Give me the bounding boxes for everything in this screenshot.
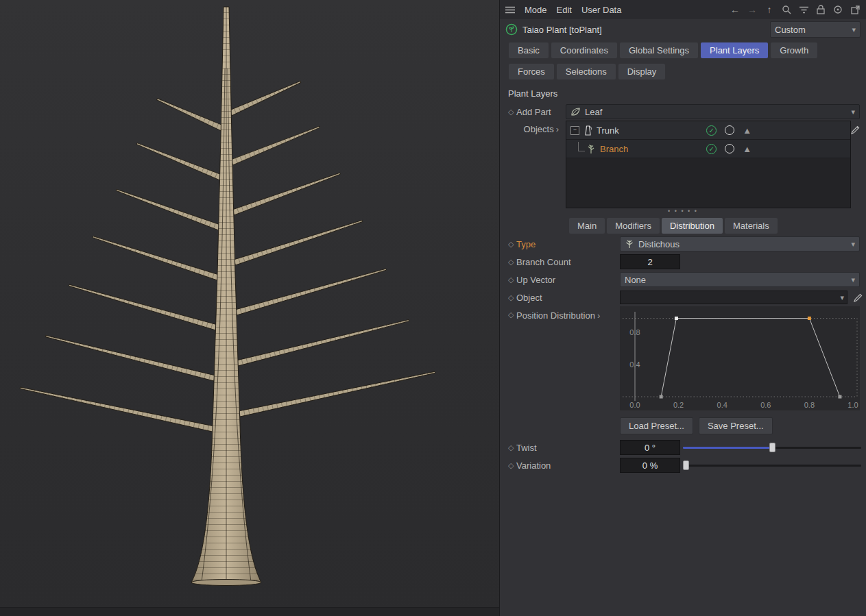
search-icon[interactable] <box>781 4 792 15</box>
up-icon[interactable]: ↑ <box>764 4 775 15</box>
plant-branch <box>19 385 213 432</box>
subtab-materials[interactable]: Materials <box>725 218 778 234</box>
tab-basic[interactable]: Basic <box>509 42 549 58</box>
menubar-icon-strip: ← → ↑ <box>730 4 861 15</box>
save-preset-button[interactable]: Save Preset... <box>699 417 773 434</box>
plant-branch <box>235 267 387 315</box>
object-link-field[interactable]: ▾ <box>620 291 847 304</box>
param-row-position-distribution: ◇ Position Distribution› 0.40.80.00.20.4… <box>500 306 866 410</box>
panel-menubar: Mode Edit User Data ← → ↑ <box>500 0 866 19</box>
enabled-check-icon[interactable]: ✓ <box>706 125 717 136</box>
variation-field[interactable]: 0 % <box>620 458 680 473</box>
tab-plant-layers[interactable]: Plant Layers <box>701 42 768 58</box>
collapse-icon[interactable]: − <box>570 126 579 135</box>
plant-branch <box>115 187 220 230</box>
application-window: Mode Edit User Data ← → ↑ <box>0 0 866 616</box>
slider-track <box>683 465 861 467</box>
tree-row-branch[interactable]: Branch ✓ ▲ <box>566 140 850 158</box>
curve-point[interactable] <box>838 395 841 399</box>
forward-icon[interactable]: → <box>747 4 758 15</box>
plant-branch <box>156 97 223 131</box>
type-dropdown[interactable]: Distichous ▾ <box>620 236 860 251</box>
branch-count-field[interactable]: 2 <box>620 254 680 269</box>
plant-branch <box>45 333 215 381</box>
visibility-circle-icon[interactable] <box>725 125 734 135</box>
viewport[interactable] <box>0 0 499 616</box>
subtab-main[interactable]: Main <box>569 218 605 234</box>
menu-edit[interactable]: Edit <box>557 5 572 15</box>
distichous-icon <box>625 239 634 249</box>
tree-item-name[interactable]: Trunk <box>597 125 619 136</box>
svg-text:0.8: 0.8 <box>629 328 640 336</box>
chevron-down-icon: ▾ <box>852 25 856 34</box>
filter-icon[interactable] <box>798 4 809 15</box>
visibility-circle-icon[interactable] <box>725 144 734 153</box>
plant-branch <box>237 318 409 367</box>
branch-icon <box>586 144 596 154</box>
subtab-distribution[interactable]: Distribution <box>662 218 723 234</box>
up-vector-value: None <box>625 275 646 285</box>
param-row-twist: ◇ Twist 0 ° <box>500 439 866 456</box>
variation-value: 0 % <box>642 460 658 471</box>
twist-label: Twist <box>516 443 620 453</box>
lock-icon[interactable] <box>815 4 826 15</box>
add-part-label: Add Part <box>516 107 563 117</box>
tab-forces[interactable]: Forces <box>509 64 554 79</box>
triangle-icon[interactable]: ▲ <box>743 126 751 135</box>
object-tree-panel[interactable]: − Trunk ✓ ▲ Branch <box>566 121 851 208</box>
menu-mode[interactable]: Mode <box>525 5 547 15</box>
svg-text:0.4: 0.4 <box>717 401 727 409</box>
panel-resize-handle[interactable]: • • • • • <box>500 208 866 215</box>
tab-display[interactable]: Display <box>618 64 666 79</box>
curve-point[interactable] <box>660 395 663 399</box>
chevron-down-icon: ▾ <box>851 108 855 116</box>
edit-pencil-icon[interactable] <box>853 293 863 303</box>
twist-field[interactable]: 0 ° <box>620 440 680 455</box>
slider-handle[interactable] <box>683 460 689 470</box>
edit-pencil-icon[interactable] <box>850 125 861 135</box>
viewport-bottom-strip <box>0 607 499 616</box>
curve-point-selected[interactable] <box>808 317 811 320</box>
up-vector-dropdown[interactable]: None ▾ <box>620 272 860 287</box>
plant-logo-icon <box>505 23 518 36</box>
tab-selections[interactable]: Selections <box>557 64 616 79</box>
type-value: Distichous <box>638 239 679 249</box>
svg-text:0.4: 0.4 <box>629 360 640 369</box>
load-preset-button[interactable]: Load Preset... <box>620 417 693 434</box>
popout-icon[interactable] <box>850 4 861 15</box>
subtab-modifiers[interactable]: Modifiers <box>607 218 660 234</box>
tab-global-settings[interactable]: Global Settings <box>620 42 698 58</box>
plant-model <box>0 0 499 616</box>
diamond-bullet: ◇ <box>508 306 516 319</box>
variation-slider[interactable] <box>683 460 861 471</box>
enabled-check-icon[interactable]: ✓ <box>706 144 717 154</box>
param-row-object: ◇ Object ▾ <box>500 288 866 306</box>
diamond-bullet: ◇ <box>508 443 516 452</box>
preset-dropdown-value: Custom <box>775 25 806 35</box>
param-row-type: ◇ Type Distichous ▾ <box>500 235 866 253</box>
triangle-icon[interactable]: ▲ <box>743 145 751 153</box>
objects-row: Objects› − Trunk ✓ ▲ <box>500 121 866 208</box>
hamburger-icon[interactable] <box>505 6 515 14</box>
menu-user-data[interactable]: User Data <box>581 5 622 15</box>
tree-item-name[interactable]: Branch <box>600 144 628 154</box>
back-icon[interactable]: ← <box>730 4 741 15</box>
tree-item-toggles: ✓ ▲ <box>706 144 751 154</box>
expand-arrow-icon[interactable]: › <box>597 310 600 321</box>
leaf-icon <box>570 107 581 116</box>
trunk-icon <box>584 125 592 136</box>
tree-row-trunk[interactable]: − Trunk ✓ ▲ <box>566 121 850 140</box>
tab-growth[interactable]: Growth <box>771 42 817 58</box>
expand-arrow-icon[interactable]: › <box>556 124 559 134</box>
slider-handle[interactable] <box>769 443 775 452</box>
branch-count-value: 2 <box>647 257 652 267</box>
add-part-dropdown[interactable]: Leaf ▾ <box>566 104 860 119</box>
target-icon[interactable] <box>832 4 843 15</box>
svg-text:0.2: 0.2 <box>673 401 684 409</box>
twist-value: 0 ° <box>645 443 655 453</box>
curve-point[interactable] <box>675 317 678 320</box>
tab-coordinates[interactable]: Coordinates <box>551 42 617 58</box>
preset-dropdown[interactable]: Custom ▾ <box>770 21 861 38</box>
position-distribution-curve[interactable]: 0.40.80.00.20.40.60.81.0 <box>620 306 860 410</box>
twist-slider[interactable] <box>683 442 861 453</box>
